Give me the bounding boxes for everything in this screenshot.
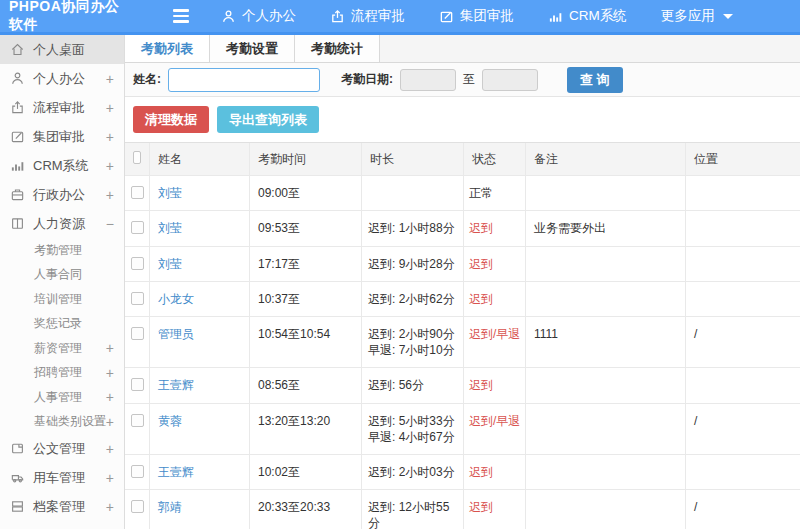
status-label: 迟到 <box>464 211 526 245</box>
car-icon <box>10 470 25 485</box>
nav-item-group-approval[interactable]: 集团审批 <box>439 7 514 25</box>
row-checkbox[interactable] <box>131 186 144 199</box>
row-checkbox[interactable] <box>131 221 144 234</box>
sidebar-item-personal-desktop[interactable]: 个人桌面 <box>0 35 124 64</box>
location <box>686 368 800 402</box>
row-checkbox[interactable] <box>131 465 144 478</box>
duration <box>362 176 464 210</box>
sidebar-subitem-recruitment-mgmt[interactable]: 招聘管理 + <box>0 361 124 386</box>
sidebar-item-hr[interactable]: 人力资源 − <box>0 209 124 238</box>
expand-plus-icon[interactable]: + <box>106 528 114 530</box>
nav-item-personal-office[interactable]: 个人办公 <box>221 7 296 25</box>
export-list-button[interactable]: 导出查询列表 <box>217 106 319 133</box>
expand-plus-icon[interactable]: + <box>106 470 114 486</box>
sidebar: 个人桌面 个人办公 + 流程审批 + 集团审批 + CRM系统 + <box>0 35 125 529</box>
employee-name-link[interactable]: 刘莹 <box>158 221 182 235</box>
share-icon <box>10 100 25 115</box>
nav-label: 集团审批 <box>460 7 514 25</box>
note <box>526 404 686 454</box>
sidebar-item-crm[interactable]: CRM系统 + <box>0 151 124 180</box>
header-name: 姓名 <box>150 143 250 175</box>
expand-plus-icon[interactable]: + <box>106 71 114 87</box>
sidebar-item-group-approval[interactable]: 集团审批 + <box>0 122 124 151</box>
bar-chart-icon <box>548 9 563 24</box>
attendance-time: 10:02至 <box>250 455 362 489</box>
row-checkbox[interactable] <box>131 378 144 391</box>
table-header-row: 姓名 考勤时间 时长 状态 备注 位置 <box>125 142 800 176</box>
employee-name-link[interactable]: 刘莹 <box>158 257 182 271</box>
tab-attendance-settings[interactable]: 考勤设置 <box>210 35 295 62</box>
expand-plus-icon[interactable]: + <box>106 441 114 457</box>
nav-item-crm[interactable]: CRM系统 <box>548 7 627 25</box>
expand-plus-icon[interactable]: + <box>106 414 114 430</box>
sidebar-item-document-mgmt[interactable]: 公文管理 + <box>0 434 124 463</box>
sidebar-item-project-mgmt[interactable]: 项目管理 + <box>0 521 124 529</box>
sidebar-subitem-attendance-mgmt[interactable]: 考勤管理 <box>0 238 124 263</box>
name-filter-input[interactable] <box>168 68 320 92</box>
employee-name-link[interactable]: 黄蓉 <box>158 414 182 428</box>
table-row: 管理员 10:54至10:54 迟到: 2小时90分早退: 7小时10分 迟到/… <box>125 317 800 368</box>
employee-name-link[interactable]: 王壹辉 <box>158 378 194 392</box>
row-checkbox[interactable] <box>131 414 144 427</box>
row-checkbox[interactable] <box>131 292 144 305</box>
attendance-time: 10:37至 <box>250 282 362 316</box>
attendance-table: 姓名 考勤时间 时长 状态 备注 位置 刘莹 09:00至 正常 <box>125 142 800 529</box>
expand-plus-icon[interactable]: + <box>106 187 114 203</box>
employee-name-link[interactable]: 管理员 <box>158 327 194 341</box>
tab-attendance-list[interactable]: 考勤列表 <box>125 35 210 62</box>
sidebar-item-vehicle-mgmt[interactable]: 用车管理 + <box>0 463 124 492</box>
attendance-time: 13:20至13:20 <box>250 404 362 454</box>
sidebar-item-admin-office[interactable]: 行政办公 + <box>0 180 124 209</box>
expand-plus-icon[interactable]: + <box>106 158 114 174</box>
date-to-input[interactable] <box>482 69 538 91</box>
sidebar-subitem-reward-punishment[interactable]: 奖惩记录 <box>0 312 124 337</box>
name-filter-label: 姓名: <box>133 71 161 88</box>
filter-bar: 姓名: 考勤日期: 至 查 询 <box>125 63 800 97</box>
sidebar-subitem-base-category-settings[interactable]: 基础类别设置 + <box>0 410 124 435</box>
row-checkbox[interactable] <box>131 327 144 340</box>
sidebar-item-workflow-approval[interactable]: 流程审批 + <box>0 93 124 122</box>
bar-chart-icon <box>10 158 25 173</box>
expand-plus-icon[interactable]: + <box>106 365 114 381</box>
select-all-checkbox[interactable] <box>133 151 141 164</box>
expand-plus-icon[interactable]: + <box>106 499 114 515</box>
clean-data-button[interactable]: 清理数据 <box>133 106 209 133</box>
duration: 迟到: 5小时33分早退: 4小时67分 <box>362 404 464 454</box>
employee-name-link[interactable]: 小龙女 <box>158 292 194 306</box>
row-checkbox[interactable] <box>131 257 144 270</box>
expand-plus-icon[interactable]: + <box>106 389 114 405</box>
sidebar-item-label: 人力资源 <box>33 215 85 233</box>
tab-attendance-stats[interactable]: 考勤统计 <box>295 35 380 62</box>
sidebar-subitem-personnel-mgmt[interactable]: 人事管理 + <box>0 385 124 410</box>
note: 1111 <box>526 317 686 367</box>
status-label: 迟到 <box>464 282 526 316</box>
collapse-minus-icon[interactable]: − <box>106 216 114 232</box>
date-from-input[interactable] <box>400 69 456 91</box>
caret-down-icon <box>723 14 733 19</box>
row-checkbox[interactable] <box>131 500 144 513</box>
sidebar-subitem-training-mgmt[interactable]: 培训管理 <box>0 287 124 312</box>
menu-toggle-icon[interactable] <box>173 9 189 23</box>
sidebar-subitem-personnel-contract[interactable]: 人事合同 <box>0 263 124 288</box>
status-label: 迟到 <box>464 455 526 489</box>
employee-name-link[interactable]: 郭靖 <box>158 500 182 514</box>
location <box>686 455 800 489</box>
sidebar-item-personal-office[interactable]: 个人办公 + <box>0 64 124 93</box>
employee-name-link[interactable]: 刘莹 <box>158 186 182 200</box>
expand-plus-icon[interactable]: + <box>106 100 114 116</box>
note <box>526 490 686 529</box>
sidebar-subitem-salary-mgmt[interactable]: 薪资管理 + <box>0 336 124 361</box>
nav-item-workflow-approval[interactable]: 流程审批 <box>330 7 405 25</box>
status-label: 迟到 <box>464 490 526 529</box>
nav-item-more-apps[interactable]: 更多应用 <box>661 7 733 25</box>
note <box>526 176 686 210</box>
expand-plus-icon[interactable]: + <box>106 340 114 356</box>
status-label: 迟到/早退 <box>464 317 526 367</box>
duration: 迟到: 2小时03分 <box>362 455 464 489</box>
expand-plus-icon[interactable]: + <box>106 129 114 145</box>
sidebar-item-archive-mgmt[interactable]: 档案管理 + <box>0 492 124 521</box>
employee-name-link[interactable]: 王壹辉 <box>158 465 194 479</box>
search-button[interactable]: 查 询 <box>567 67 623 93</box>
header-time: 考勤时间 <box>250 143 362 175</box>
attendance-time: 20:33至20:33 <box>250 490 362 529</box>
